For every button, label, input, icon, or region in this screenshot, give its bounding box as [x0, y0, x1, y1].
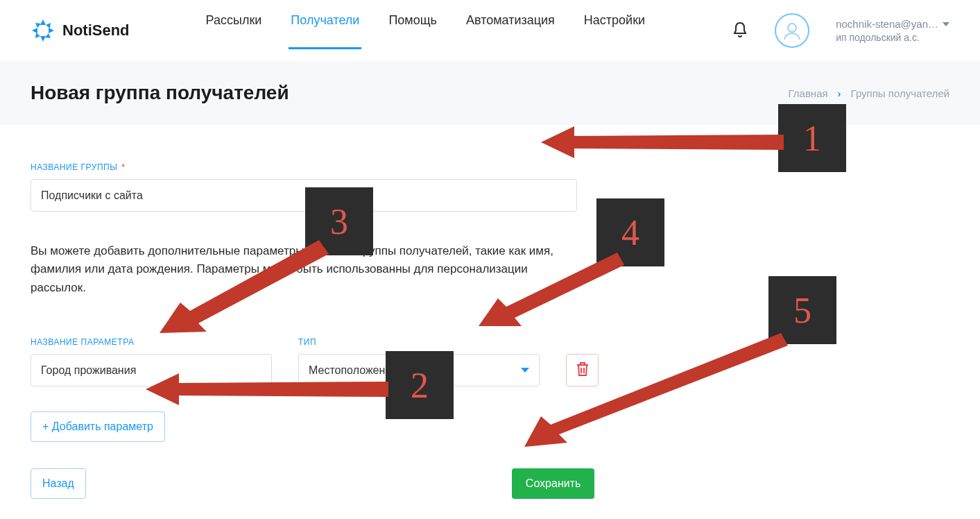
form-area: НАЗВАНИЕ ГРУППЫ * Вы можете добавить доп… — [0, 125, 980, 519]
svg-marker-5 — [45, 33, 51, 38]
avatar-icon[interactable] — [775, 13, 809, 48]
svg-point-8 — [788, 24, 796, 32]
header-right: nochnik-stena@yan… ип подольский а.с. — [732, 13, 949, 48]
nav-automation[interactable]: Автоматизация — [466, 13, 555, 49]
annotation-marker-1: 1 — [778, 104, 846, 172]
annotation-marker-5: 5 — [768, 276, 836, 344]
delete-param-button[interactable] — [566, 354, 599, 386]
svg-marker-0 — [40, 19, 46, 25]
save-button[interactable]: Сохранить — [512, 468, 595, 499]
nav-settings[interactable]: Настройки — [584, 13, 645, 49]
nav-recipients[interactable]: Получатели — [291, 13, 359, 49]
annotation-marker-3: 3 — [305, 187, 373, 255]
svg-marker-4 — [46, 23, 51, 28]
main-nav: Рассылки Получатели Помощь Автоматизация… — [206, 13, 646, 49]
svg-marker-6 — [35, 33, 40, 38]
svg-marker-2 — [40, 36, 46, 42]
breadcrumb: Главная › Группы получателей — [789, 87, 949, 99]
parameter-row: НАЗВАНИЕ ПАРАМЕТРА ТИП Местоположение — [31, 337, 949, 386]
svg-marker-9 — [541, 126, 784, 158]
logo-text: NotiSend — [62, 22, 130, 40]
notifications-icon[interactable] — [732, 21, 748, 41]
account-subtitle: ип подольский а.с. — [836, 31, 949, 44]
annotation-marker-2: 2 — [386, 351, 454, 419]
param-type-value: Местоположение — [309, 364, 397, 377]
svg-marker-1 — [49, 28, 54, 33]
account-email: nochnik-stena@yan… — [836, 17, 938, 31]
logo[interactable]: NotiSend — [31, 18, 130, 43]
nav-mailings[interactable]: Рассылки — [206, 13, 262, 49]
logo-icon — [31, 18, 55, 43]
svg-marker-3 — [32, 28, 37, 33]
add-parameter-button[interactable]: + Добавить параметр — [31, 411, 165, 442]
action-row: Назад Сохранить — [31, 468, 949, 499]
nav-help[interactable]: Помощь — [388, 13, 437, 49]
back-button[interactable]: Назад — [31, 468, 86, 499]
account-dropdown[interactable]: nochnik-stena@yan… — [836, 17, 949, 31]
app-header: NotiSend Рассылки Получатели Помощь Авто… — [0, 0, 980, 61]
page-title: Новая группа получателей — [31, 82, 289, 104]
svg-marker-7 — [35, 23, 41, 28]
required-indicator: * — [121, 162, 125, 172]
annotation-arrow-1 — [541, 118, 791, 167]
chevron-down-icon — [521, 368, 529, 373]
param-type-label: ТИП — [298, 337, 540, 347]
group-name-input[interactable] — [31, 179, 577, 212]
breadcrumb-home[interactable]: Главная — [789, 87, 828, 99]
param-name-input[interactable] — [31, 354, 272, 386]
param-name-label: НАЗВАНИЕ ПАРАМЕТРА — [31, 337, 272, 347]
chevron-down-icon — [943, 22, 949, 26]
account-block: nochnik-stena@yan… ип подольский а.с. — [836, 17, 949, 44]
breadcrumb-current: Группы получателей — [851, 87, 949, 99]
trash-icon — [575, 361, 590, 380]
chevron-right-icon: › — [838, 87, 841, 99]
annotation-marker-4: 4 — [596, 198, 664, 266]
help-text: Вы можете добавить дополнительные параме… — [31, 242, 578, 297]
